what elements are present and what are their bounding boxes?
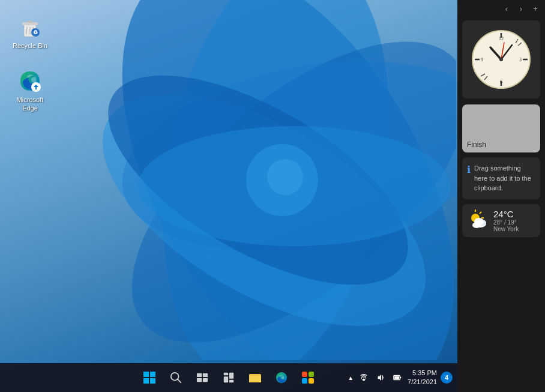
svg-line-24	[178, 379, 181, 382]
tray-expand-button[interactable]: ▲	[348, 375, 354, 381]
widgets-button[interactable]	[217, 366, 241, 390]
svg-rect-43	[394, 376, 399, 379]
svg-text:3: 3	[519, 57, 522, 62]
recycle-bin-image: ♻	[17, 14, 43, 40]
svg-text:6: 6	[500, 79, 502, 85]
svg-rect-42	[400, 377, 401, 379]
svg-point-68	[474, 218, 484, 225]
volume-icon[interactable]	[374, 371, 387, 384]
edge-taskbar-button[interactable]	[269, 366, 294, 390]
svg-rect-26	[203, 373, 208, 377]
task-view-button[interactable]	[190, 366, 214, 390]
network-icon[interactable]	[357, 371, 370, 384]
panel-add-button[interactable]: +	[529, 2, 541, 14]
edge-desktop-icon[interactable]: Microsoft Edge	[8, 66, 52, 115]
weather-icon	[467, 210, 489, 231]
svg-rect-36	[309, 372, 314, 377]
store-button[interactable]	[296, 366, 320, 390]
start-button[interactable]	[137, 366, 161, 390]
svg-rect-34	[249, 376, 261, 382]
svg-text:♻: ♻	[33, 29, 38, 35]
svg-line-64	[480, 212, 481, 214]
svg-point-8	[267, 159, 303, 195]
weather-range: 28° / 19°	[493, 219, 535, 226]
svg-rect-37	[302, 378, 307, 384]
edge-desktop-image	[17, 68, 43, 94]
analog-clock: 12 3 6 9	[471, 29, 531, 89]
date-display: 7/21/2021	[408, 378, 437, 387]
battery-icon[interactable]	[391, 371, 404, 384]
recycle-bin-label: Recycle Bin	[13, 41, 47, 50]
svg-rect-29	[224, 373, 228, 376]
svg-rect-22	[150, 378, 155, 384]
svg-text:12: 12	[499, 36, 504, 41]
svg-rect-32	[229, 380, 233, 383]
taskbar: ▲	[0, 363, 457, 392]
clipboard-message: Drag something here to add it to the cli…	[474, 163, 535, 193]
finish-widget[interactable]: Finish	[462, 104, 540, 152]
svg-rect-27	[197, 378, 202, 382]
notification-count: 4	[445, 374, 448, 381]
svg-rect-19	[143, 372, 149, 377]
taskbar-right-tray: ▲	[348, 363, 457, 392]
svg-text:9: 9	[481, 57, 483, 62]
clock-widget: 12 3 6 9	[462, 20, 540, 98]
weather-widget[interactable]: 24°C 28° / 19° New York	[462, 204, 540, 237]
recycle-bin-icon[interactable]: ♻ Recycle Bin	[8, 12, 52, 52]
time-display: 5:35 PM	[408, 369, 437, 378]
panel-forward-button[interactable]: ›	[515, 2, 527, 14]
search-button[interactable]	[164, 366, 188, 390]
svg-rect-31	[229, 373, 233, 379]
weather-location: New York	[493, 226, 535, 232]
system-clock[interactable]: 5:35 PM 7/21/2021	[408, 369, 437, 387]
clipboard-widget: ℹ Drag something here to add it to the c…	[462, 157, 540, 199]
svg-rect-12	[28, 20, 32, 23]
weather-info: 24°C 28° / 19° New York	[493, 209, 535, 232]
weather-temperature: 24°C	[493, 209, 535, 219]
widget-panel-header: ‹ › +	[457, 0, 545, 17]
svg-rect-30	[224, 376, 228, 382]
svg-rect-35	[302, 372, 307, 377]
svg-point-60	[499, 58, 503, 61]
svg-rect-20	[150, 372, 155, 377]
svg-rect-28	[203, 378, 208, 382]
desktop: ♻ Recycle Bin	[0, 0, 457, 392]
taskbar-center	[137, 366, 320, 390]
finish-label: Finish	[467, 140, 486, 149]
info-icon: ℹ	[467, 164, 471, 175]
svg-rect-21	[143, 378, 149, 384]
wallpaper	[48, 0, 456, 360]
notification-badge[interactable]: 4	[441, 372, 453, 384]
panel-back-button[interactable]: ‹	[501, 2, 513, 14]
svg-rect-25	[197, 373, 202, 377]
widget-panel: ‹ › + 12 3 6 9	[457, 0, 545, 392]
file-explorer-button[interactable]	[243, 366, 267, 390]
svg-rect-38	[309, 378, 314, 384]
edge-desktop-label: Microsoft Edge	[11, 95, 49, 113]
